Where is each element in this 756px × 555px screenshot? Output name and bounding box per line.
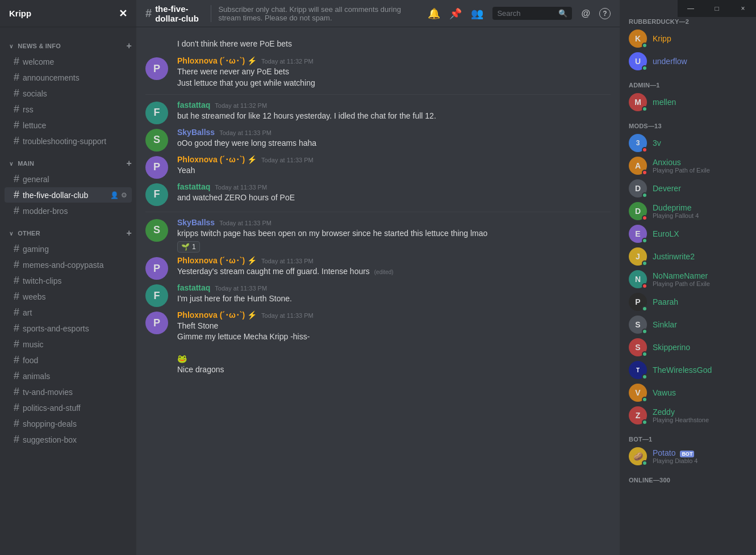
add-channel-icon[interactable]: +	[126, 41, 132, 51]
message: I don't think there were PoE bets	[136, 37, 620, 51]
member-paarah[interactable]: P Paarah	[624, 291, 751, 313]
channel-memes-and-copypasta[interactable]: #memes-and-copypasta	[5, 257, 132, 272]
channel-description: Subscriber only chat. Kripp will see all…	[211, 5, 421, 22]
member-deverer[interactable]: D Deverer	[624, 177, 751, 200]
channel-announcements[interactable]: #announcements	[5, 70, 132, 85]
message-text: Theft StoneGimme my lettuce Mecha Kripp …	[177, 321, 611, 375]
member-anxious[interactable]: A Anxious Playing Path of Exile	[624, 154, 751, 177]
reaction[interactable]: 🌱 1	[177, 241, 200, 253]
member-mellen[interactable]: M mellen	[624, 91, 751, 113]
channel-suggestion-box[interactable]: #suggestion-box	[5, 432, 132, 447]
member-thewirelessgod[interactable]: T TheWirelessGod	[624, 359, 751, 381]
channel-lettuce[interactable]: #lettuce	[5, 117, 132, 133]
message-text: but he streamed for like 12 hours yester…	[177, 111, 611, 121]
member-sinklar[interactable]: S Sinklar	[624, 313, 751, 336]
member-name: Deverer	[653, 184, 681, 193]
status-dot	[642, 283, 648, 289]
member-zeddy[interactable]: Z Zeddy Playing Hearthstone	[624, 404, 751, 427]
channel-the-five-dollar-club[interactable]: # the-five-dollar-club 👤 ⚙	[5, 187, 132, 203]
avatar: 🥔	[629, 447, 647, 465]
chevron-down-icon: ∨	[9, 161, 13, 167]
channel-socials[interactable]: #socials	[5, 86, 132, 101]
message: F fastattaq Today at 11:32 PM but he str…	[136, 99, 620, 125]
member-skipperino[interactable]: S Skipperino	[624, 336, 751, 359]
member-category-bot: BOT—1	[624, 427, 751, 445]
member-name: Kripp	[653, 34, 671, 43]
main-content: # the-five-dollar-club Subscriber only c…	[136, 0, 620, 555]
member-sub: Playing Path of Exile	[653, 167, 710, 174]
channel-tv-and-movies[interactable]: #tv-and-movies	[5, 384, 132, 400]
avatar: P	[145, 57, 168, 80]
member-kripp[interactable]: K Kripp	[624, 27, 751, 50]
channel-modder-bros[interactable]: #modder-bros	[5, 203, 132, 218]
message-header: fastattaq Today at 11:33 PM	[177, 283, 611, 292]
channel-music[interactable]: #music	[5, 337, 132, 352]
pin-icon[interactable]: 📌	[449, 7, 462, 20]
username: Phloxnova (´･ω･`) ⚡	[177, 155, 257, 164]
members-icon[interactable]: 👥	[471, 7, 483, 20]
minimize-button[interactable]: —	[678, 0, 704, 17]
channel-twitch-clips[interactable]: #twitch-clips	[5, 273, 132, 288]
hash-icon: #	[14, 402, 19, 414]
member-3v[interactable]: 3 3v	[624, 132, 751, 154]
add-channel-icon[interactable]: +	[126, 158, 132, 169]
channel-animals[interactable]: #animals	[5, 368, 132, 384]
timestamp: Today at 11:32 PM	[215, 102, 267, 109]
message-divider	[145, 212, 611, 212]
member-underflow[interactable]: U underflow	[624, 50, 751, 73]
mention-icon[interactable]: @	[581, 9, 590, 19]
add-channel-icon[interactable]: +	[126, 228, 132, 238]
channel-welcome[interactable]: #welcome	[5, 54, 132, 69]
server-header[interactable]: Kripp ✕	[0, 0, 136, 27]
member-eurolx[interactable]: E EuroLX	[624, 222, 751, 245]
help-icon[interactable]: ?	[599, 8, 611, 19]
status-dot	[642, 260, 648, 266]
message-header: SkyBallss Today at 11:33 PM	[177, 128, 611, 137]
message-content: fastattaq Today at 11:32 PM but he strea…	[177, 100, 611, 124]
category-news-info[interactable]: ∨ NEWS & INFO +	[0, 32, 136, 53]
message-header: fastattaq Today at 11:33 PM	[177, 182, 611, 191]
avatar: E	[629, 225, 647, 243]
member-dudeprime[interactable]: D Dudeprime Playing Fallout 4	[624, 200, 751, 222]
category-main[interactable]: ∨ MAIN +	[0, 149, 136, 171]
member-nonamenamer[interactable]: N NoNameNamer Playing Path of Exile	[624, 268, 751, 291]
member-potato[interactable]: 🥔 Potato BOT Playing Diablo 4	[624, 445, 751, 468]
bell-icon[interactable]: 🔔	[428, 7, 440, 20]
avatar: S	[629, 316, 647, 334]
member-name: Sinklar	[653, 320, 677, 329]
channel-name-display: # the-five-dollar-club	[145, 4, 204, 23]
hash-icon: #	[14, 56, 19, 68]
search-box[interactable]: Search 🔍	[492, 7, 572, 20]
message: P Phloxnova (´･ω･`) ⚡ Today at 11:32 PM …	[136, 55, 620, 90]
channel-politics-and-stuff[interactable]: #politics-and-stuff	[5, 400, 132, 415]
maximize-button[interactable]: □	[704, 0, 730, 17]
channel-general[interactable]: #general	[5, 171, 132, 187]
bot-badge: BOT	[680, 451, 694, 457]
close-button[interactable]: ×	[730, 0, 756, 17]
channel-food[interactable]: #food	[5, 352, 132, 368]
member-sub: Playing Diablo 4	[653, 457, 698, 464]
server-dropdown-icon[interactable]: ✕	[119, 7, 127, 20]
member-name: mellen	[653, 98, 676, 107]
add-member-icon[interactable]: 👤	[110, 191, 119, 199]
reaction-count: 1	[192, 243, 196, 251]
channel-rss[interactable]: #rss	[5, 102, 132, 117]
channel-troubleshooting-support[interactable]: #troubleshooting-support	[5, 133, 132, 149]
username: Phloxnova (´･ω･`) ⚡	[177, 310, 257, 319]
member-justinwrite2[interactable]: J Justinwrite2	[624, 245, 751, 268]
member-vawus[interactable]: V Vawus	[624, 381, 751, 404]
chevron-down-icon: ∨	[9, 230, 13, 237]
settings-icon[interactable]: ⚙	[121, 191, 127, 199]
avatar: V	[629, 384, 647, 402]
channel-gaming[interactable]: #gaming	[5, 241, 132, 257]
member-category-mods: MODS—13	[624, 113, 751, 132]
channel-sports-and-esports[interactable]: #sports-and-esports	[5, 321, 132, 336]
category-other[interactable]: ∨ OTHER +	[0, 219, 136, 241]
chevron-down-icon: ∨	[9, 43, 13, 49]
message-text: and watched ZERO hours of PoE	[177, 192, 611, 203]
channel-shopping-deals[interactable]: #shopping-deals	[5, 416, 132, 431]
channel-art[interactable]: #art	[5, 305, 132, 320]
member-name: underflow	[653, 57, 687, 66]
channel-weebs[interactable]: #weebs	[5, 289, 132, 304]
message-text: oOo good they were long streams haha	[177, 138, 611, 149]
